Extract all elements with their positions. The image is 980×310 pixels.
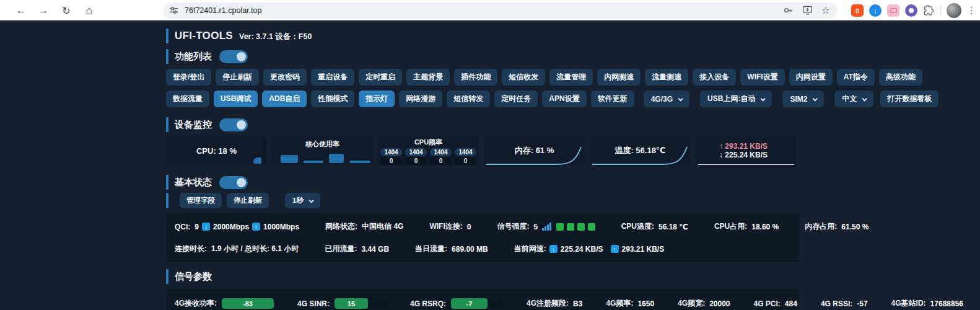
rssi-value: -57 [857,299,867,308]
purple-extension-icon[interactable] [905,4,917,17]
pci-item: 4G PCI: 484 [754,299,797,308]
down-arrow-icon: ↓ [202,223,210,231]
chevron-down-icon [813,96,818,101]
current-up-speed: 293.21 KB/S [622,245,665,254]
scheduled-task-button[interactable]: 定时任务 [494,91,538,107]
forward-icon[interactable]: → [36,3,51,18]
freq-value: 1650 [637,299,654,308]
chevron-down-icon [862,96,867,101]
roaming-button[interactable]: 网络漫游 [399,91,442,107]
lan-settings-button[interactable]: 内网设置 [789,69,833,86]
plugin-function-button[interactable]: 插件功能 [454,69,497,86]
basic-status-toggle[interactable] [219,176,248,189]
install-app-icon[interactable] [802,5,813,16]
login-logout-button[interactable]: 登录/登出 [166,69,211,86]
device-monitor-toggle[interactable] [219,118,248,131]
function-list-toggle[interactable] [219,50,248,63]
language-value: 中文 [842,94,857,104]
wifi-item: WIFI连接: 0 [429,221,471,232]
today-traffic-item: 当日流量: 689.00 MB [415,244,488,254]
wifi-settings-button[interactable]: WIFI设置 [740,69,784,86]
bandwidth-item: 4G频宽: 20000 [678,298,730,309]
cpu-temp-label: CPU温度: [621,221,654,232]
up-arrow-icon: ↑ [252,223,260,231]
toolbar-divider [940,5,941,16]
open-dashboard-button[interactable]: 打开数据看板 [880,91,938,107]
signal-params-panel: 4G接收功率: -83 4G SINR: 15 4G RSRQ: -7 4G注册… [166,289,799,310]
data-traffic-button[interactable]: 数据流量 [166,91,209,107]
today-traffic-label: 当日流量: [415,244,447,254]
refresh-interval-dropdown[interactable]: 1秒 [285,193,320,208]
password-key-icon[interactable] [783,5,794,16]
sms-button[interactable]: 短信收发 [502,69,545,86]
theme-background-button[interactable]: 主题背景 [406,69,450,86]
bandwidth-value: 20000 [709,299,730,308]
network-status-value: 中国电信 4G [362,221,403,232]
chevron-down-icon [761,96,766,101]
at-command-button[interactable]: AT指令 [837,69,875,86]
sms-forward-button[interactable]: 短信转发 [447,91,490,107]
advanced-function-button[interactable]: 高级功能 [879,69,922,86]
cpu-freq-card: CPU频率 1404 1404 1404 1404 0 0 0 0 [378,136,479,166]
stop-refresh-status-button[interactable]: 停止刷新 [227,193,269,208]
chevron-down-icon [308,198,313,203]
manage-fields-button[interactable]: 管理字段 [180,193,222,208]
adb-autostart-button[interactable]: ADB自启 [262,91,307,107]
accent-bar [166,269,168,284]
pci-label: 4G PCI: [754,299,781,308]
connected-devices-button[interactable]: 接入设备 [693,69,736,86]
usb-net-dropdown[interactable]: USB上网:自动 [700,91,772,107]
browser-menu-icon[interactable]: ⋮ [967,5,976,16]
section-basic-status: 基本状态 [166,175,810,190]
section-title-function-list: 功能列表 [175,51,212,63]
reboot-device-button[interactable]: 重启设备 [311,69,354,86]
freq-value: 1404 [455,148,476,156]
back-icon[interactable]: ← [14,3,28,18]
down-rate-value: 2000Mbps [213,223,249,231]
cpu-temp-value: 56.18 ℃ [658,223,688,231]
bookmark-star-icon[interactable]: ☆ [821,6,830,16]
sim-dropdown[interactable]: SIM2 [782,91,824,107]
lan-speedtest-button[interactable]: 内网测速 [597,69,641,86]
language-dropdown[interactable]: 中文 [834,91,873,107]
address-bar[interactable]: 76f72401.r1.cpolar.top ☆ [163,2,838,19]
reload-icon[interactable]: ↻ [59,3,74,18]
rsrq-label: 4G RSRQ: [410,299,446,308]
memory-mini-chart [484,136,585,166]
code-extension-icon[interactable]: {} [851,4,864,17]
software-update-button[interactable]: 软件更新 [591,91,634,107]
stop-refresh-button[interactable]: 停止刷新 [216,69,259,86]
chevron-down-icon [678,96,683,101]
apn-settings-button[interactable]: APN设置 [542,91,586,107]
downloader-extension-icon[interactable]: ↓ [869,4,882,17]
extensions-puzzle-icon[interactable] [923,4,935,16]
bilibili-extension-icon[interactable] [887,4,899,17]
profile-avatar[interactable] [947,3,961,18]
upload-speed-value: ↑ 293.21 KB/S [719,142,768,151]
indicator-light-button[interactable]: 指示灯 [359,91,395,107]
rx-power-item: 4G接收功率: -83 [175,298,274,309]
sim-value: SIM2 [790,95,807,104]
url-text[interactable]: 76f72401.r1.cpolar.top [185,6,783,15]
status-row-1: QCI: 9 ↓ 2000Mbps ↑ 1000Mbps 网络状态: 中国电信 … [175,221,790,232]
traffic-speedtest-button[interactable]: 流量测速 [645,69,688,86]
traffic-manage-button[interactable]: 流量管理 [549,69,593,86]
change-password-button[interactable]: 更改密码 [263,69,307,86]
refresh-interval-value: 1秒 [292,196,304,205]
sinr-item: 4G SINR: 15 [297,298,387,309]
accent-bar [166,117,168,132]
network-mode-dropdown[interactable]: 4G/3G [644,91,689,107]
home-icon[interactable]: ⌂ [82,3,97,18]
basic-status-controls: 管理字段 停止刷新 1秒 [166,193,810,208]
used-traffic-value: 3.44 GB [361,245,389,254]
rsrq-item: 4G RSRQ: -7 [410,298,503,309]
mem-usage-item: 内存占用: 61.50 % [805,221,868,232]
usb-debug-button[interactable]: USB调试 [214,91,258,107]
wifi-label: WIFI连接: [429,221,462,232]
mem-usage-label: 内存占用: [805,221,837,232]
site-settings-icon[interactable] [169,6,178,15]
performance-mode-button[interactable]: 性能模式 [311,91,354,107]
function-buttons-row1: 登录/登出 停止刷新 更改密码 重启设备 定时重启 主题背景 插件功能 短信收发… [166,69,810,86]
scheduled-reboot-button[interactable]: 定时重启 [359,69,402,86]
up-arrow-icon: ↑ [611,245,619,253]
